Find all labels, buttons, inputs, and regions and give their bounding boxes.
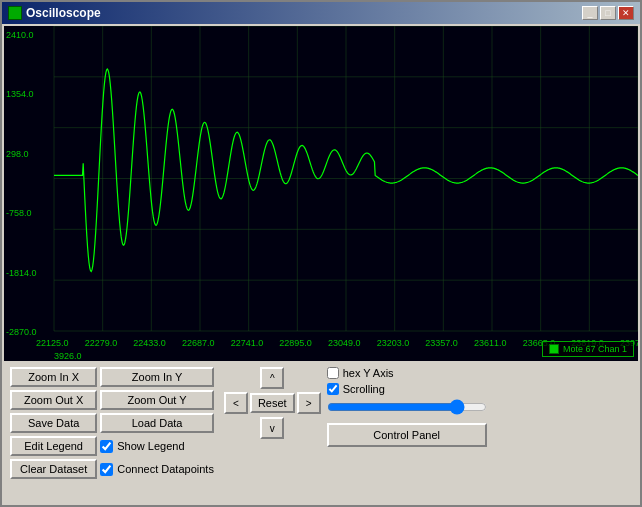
nav-middle-row: < Reset > [224, 392, 321, 414]
title-bar: Oscilloscope _ □ ✕ [2, 2, 640, 24]
load-data-button[interactable]: Load Data [100, 413, 214, 433]
y-axis-labels: 2410.0 1354.0 298.0 -758.0 -1814.0 -2870… [6, 26, 37, 341]
save-data-button[interactable]: Save Data [10, 413, 97, 433]
bottom-panel: Zoom In X Zoom In Y Zoom Out X Zoom Out … [4, 363, 638, 503]
close-button[interactable]: ✕ [618, 6, 634, 20]
buttons-grid: Zoom In X Zoom In Y Zoom Out X Zoom Out … [10, 367, 214, 499]
y-label-5: -2870.0 [6, 327, 37, 337]
edit-legend-button[interactable]: Edit Legend [10, 436, 97, 456]
zoom-out-x-button[interactable]: Zoom Out X [10, 390, 97, 410]
y-label-2: 298.0 [6, 149, 37, 159]
window-title: Oscilloscope [26, 6, 101, 20]
reset-button[interactable]: Reset [250, 393, 295, 413]
maximize-button[interactable]: □ [600, 6, 616, 20]
pan-left-button[interactable]: < [224, 392, 248, 414]
hex-y-axis-label: hex Y Axis [343, 367, 394, 379]
minimize-button[interactable]: _ [582, 6, 598, 20]
pan-up-button[interactable]: ^ [260, 367, 284, 389]
right-controls: hex Y Axis Scrolling Control Panel [327, 367, 632, 499]
scroll-slider[interactable] [327, 399, 487, 415]
pan-right-button[interactable]: > [297, 392, 321, 414]
title-bar-left: Oscilloscope [8, 6, 101, 20]
zoom-in-x-button[interactable]: Zoom In X [10, 367, 97, 387]
y-label-3: -758.0 [6, 208, 37, 218]
control-panel-button[interactable]: Control Panel [327, 423, 487, 447]
scope-canvas [4, 26, 638, 361]
hex-y-axis-row: hex Y Axis [327, 367, 632, 379]
scrolling-checkbox[interactable] [327, 383, 339, 395]
y-label-1: 1354.0 [6, 89, 37, 99]
oscilloscope-window: Oscilloscope _ □ ✕ 2410.0 1354.0 298.0 -… [0, 0, 642, 507]
scrolling-row: Scrolling [327, 383, 632, 395]
connect-datapoints-label: Connect Datapoints [117, 463, 214, 475]
legend-color-indicator [549, 344, 559, 354]
legend-label: Mote 67 Chan 1 [563, 344, 627, 354]
zoom-in-y-button[interactable]: Zoom In Y [100, 367, 214, 387]
y-label-4: -1814.0 [6, 268, 37, 278]
window-controls: _ □ ✕ [582, 6, 634, 20]
main-content: 2410.0 1354.0 298.0 -758.0 -1814.0 -2870… [2, 24, 640, 505]
hex-y-axis-checkbox[interactable] [327, 367, 339, 379]
show-legend-label: Show Legend [117, 440, 184, 452]
legend-box: Mote 67 Chan 1 [542, 341, 634, 357]
zoom-out-y-button[interactable]: Zoom Out Y [100, 390, 214, 410]
y-label-0: 2410.0 [6, 30, 37, 40]
slider-row [327, 399, 632, 415]
clear-dataset-button[interactable]: Clear Dataset [10, 459, 97, 479]
navigation-controls: ^ < Reset > v [224, 367, 321, 499]
scrolling-label: Scrolling [343, 383, 385, 395]
connect-datapoints-checkbox[interactable] [100, 463, 113, 476]
pan-down-button[interactable]: v [260, 417, 284, 439]
oscilloscope-display: 2410.0 1354.0 298.0 -758.0 -1814.0 -2870… [4, 26, 638, 361]
oscilloscope-icon [8, 6, 22, 20]
show-legend-checkbox[interactable] [100, 440, 113, 453]
